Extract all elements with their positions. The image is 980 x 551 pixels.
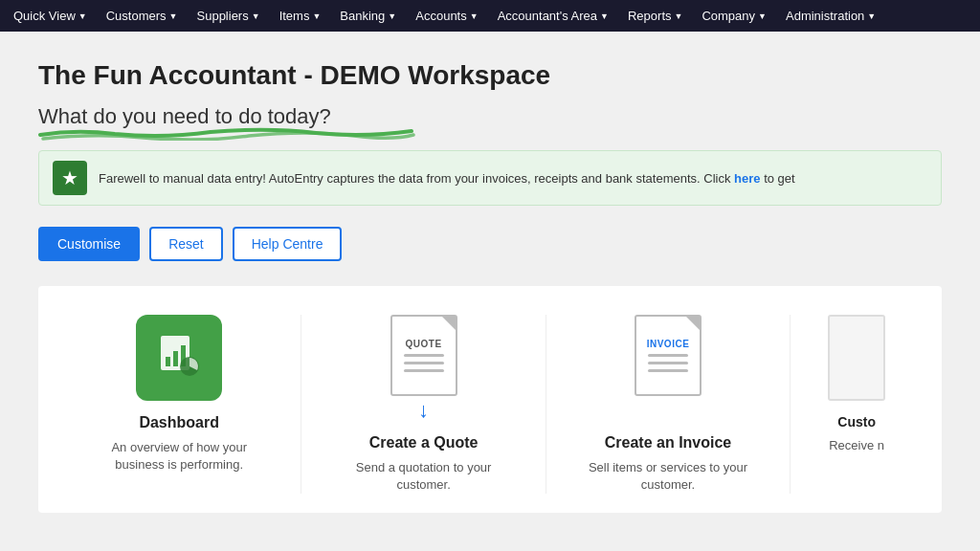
dashboard-desc: An overview of how your business is perf… (86, 439, 272, 474)
quote-label: QUOTE (406, 339, 442, 349)
help-centre-button[interactable]: Help Centre (233, 227, 343, 261)
quote-doc-icon: QUOTE (390, 315, 457, 396)
dashboard-title: Dashboard (139, 414, 219, 431)
nav-items[interactable]: Items ▼ (270, 0, 331, 32)
quote-arrow-icon: ↓ (418, 400, 429, 421)
nav-suppliers[interactable]: Suppliers ▼ (188, 0, 270, 32)
partial-card: Custo Receive n (791, 315, 923, 494)
partial-title: Custo (837, 414, 876, 430)
autoentry-banner: ★ Farewell to manual data entry! AutoEnt… (38, 150, 942, 206)
svg-rect-1 (166, 357, 170, 366)
question-section: What do you need to do today? (38, 104, 421, 141)
chevron-down-icon: ▼ (252, 11, 260, 21)
action-buttons: Customise Reset Help Centre (38, 227, 942, 261)
dashboard-icon (136, 315, 222, 401)
svg-rect-2 (173, 351, 178, 366)
create-invoice-title: Create an Invoice (605, 434, 732, 452)
banner-link[interactable]: here (734, 171, 760, 186)
nav-administration[interactable]: Administration ▼ (776, 0, 885, 32)
partial-desc: Receive n (829, 437, 884, 454)
create-invoice-card[interactable]: INVOICE Create an Invoice Sell items or … (546, 315, 791, 494)
chevron-down-icon: ▼ (78, 11, 87, 21)
nav-company[interactable]: Company ▼ (692, 0, 776, 32)
nav-quick-view[interactable]: Quick View ▼ (4, 0, 97, 32)
nav-accountants-area[interactable]: Accountant's Area ▼ (488, 0, 618, 32)
chevron-down-icon: ▼ (312, 11, 321, 21)
partial-icon (828, 315, 885, 401)
invoice-label: INVOICE (647, 339, 690, 349)
nav-customers[interactable]: Customers ▼ (97, 0, 188, 32)
banner-text: Farewell to manual data entry! AutoEntry… (99, 171, 795, 186)
dashboard-card[interactable]: Dashboard An overview of how your busine… (57, 315, 301, 494)
create-invoice-desc: Sell items or services to your customer. (575, 459, 761, 494)
page-title: The Fun Accountant - DEMO Workspace (38, 60, 942, 91)
nav-reports[interactable]: Reports ▼ (618, 0, 692, 32)
cards-section: Dashboard An overview of how your busine… (38, 286, 942, 513)
create-quote-title: Create a Quote (369, 434, 479, 452)
chevron-down-icon: ▼ (758, 11, 767, 21)
customise-button[interactable]: Customise (38, 227, 140, 261)
create-quote-card[interactable]: QUOTE ↓ Create a Quote Send a quotation … (301, 315, 546, 494)
create-quote-desc: Send a quotation to your customer. (330, 459, 516, 494)
chevron-down-icon: ▼ (600, 11, 609, 21)
chevron-down-icon: ▼ (470, 11, 479, 21)
nav-accounts[interactable]: Accounts ▼ (406, 0, 487, 32)
nav-banking[interactable]: Banking ▼ (330, 0, 406, 32)
chevron-down-icon: ▼ (867, 11, 876, 21)
star-icon: ★ (53, 161, 87, 195)
chevron-down-icon: ▼ (675, 11, 683, 21)
invoice-doc-icon: INVOICE (635, 315, 702, 396)
navbar: Quick View ▼ Customers ▼ Suppliers ▼ Ite… (0, 0, 980, 32)
main-content: The Fun Accountant - DEMO Workspace What… (0, 32, 980, 532)
chevron-down-icon: ▼ (388, 11, 396, 21)
reset-button[interactable]: Reset (149, 227, 223, 261)
chevron-down-icon: ▼ (169, 11, 178, 21)
